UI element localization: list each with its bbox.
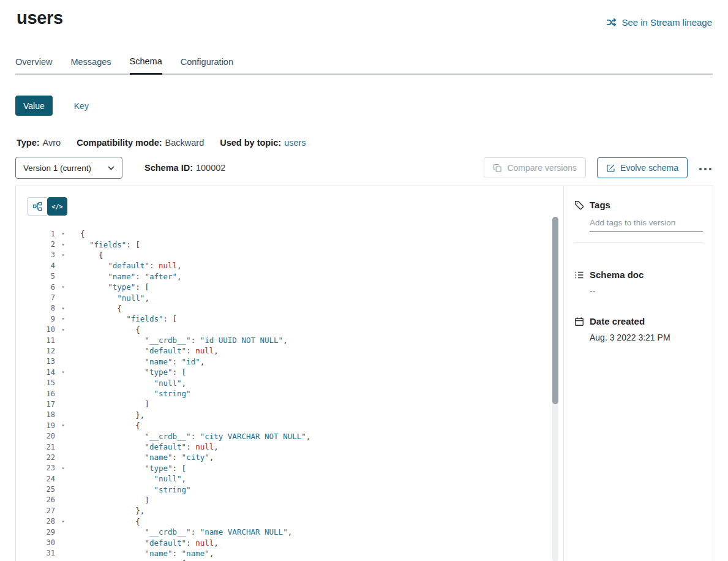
- type-label: Type:: [17, 138, 40, 148]
- code-editor[interactable]: 1▾{2▾ "fields": [3▾ {4 "default": null,5…: [27, 228, 563, 561]
- line-number: 11: [27, 336, 55, 345]
- tree-view-button[interactable]: [27, 197, 47, 216]
- code-text: "default": null,: [71, 442, 219, 451]
- fold-toggle-icon[interactable]: ▾: [55, 327, 71, 333]
- line-number: 22: [27, 453, 55, 462]
- code-text: {: [71, 229, 85, 238]
- fold-toggle-icon[interactable]: ▾: [55, 306, 71, 311]
- tags-title: Tags: [590, 200, 610, 210]
- line-number: 27: [27, 506, 55, 515]
- line-number: 9: [27, 315, 55, 323]
- line-number: 10: [27, 325, 55, 334]
- code-text: "default": null,: [71, 261, 182, 270]
- code-line: 5 "name": "after",: [27, 271, 563, 282]
- schema-id-label: Schema ID:: [144, 163, 193, 173]
- code-text: "name": "name",: [71, 549, 214, 558]
- scrollbar-thumb[interactable]: [552, 217, 558, 404]
- tab-bar: Overview Messages Schema Configuration: [15, 56, 713, 75]
- line-number: 20: [27, 432, 55, 440]
- editor-scrollbar[interactable]: [552, 217, 558, 561]
- version-select[interactable]: Version 1 (current): [15, 157, 122, 179]
- tags-section: Tags: [574, 200, 703, 243]
- code-line: 16 "string": [27, 388, 563, 399]
- line-number: 8: [27, 304, 55, 312]
- schema-doc-value: --: [590, 286, 703, 296]
- editor-view-toggle: </>: [27, 197, 67, 216]
- code-text: ]: [71, 495, 149, 505]
- schema-doc-section: Schema doc --: [574, 269, 703, 296]
- code-text: },: [71, 410, 144, 420]
- fold-toggle-icon[interactable]: ▾: [55, 369, 71, 375]
- line-number: 23: [27, 464, 55, 472]
- fold-toggle-icon[interactable]: ▾: [55, 242, 71, 247]
- code-view-icon: </>: [51, 203, 62, 210]
- code-text: "__crdb__": "city VARCHAR NOT NULL",: [71, 432, 310, 441]
- add-tags-input[interactable]: [590, 218, 703, 232]
- tab-configuration[interactable]: Configuration: [181, 57, 233, 73]
- fold-toggle-icon[interactable]: ▾: [55, 231, 71, 236]
- tag-icon: [574, 200, 584, 210]
- line-number: 2: [27, 240, 55, 249]
- list-icon: [574, 270, 584, 280]
- code-line: 31 "name": "name",: [27, 548, 563, 559]
- line-number: 21: [27, 443, 55, 451]
- date-created-value: Aug. 3 2022 3:21 PM: [590, 333, 703, 342]
- tab-schema[interactable]: Schema: [130, 56, 162, 75]
- fold-toggle-icon[interactable]: ▾: [55, 519, 71, 524]
- schema-id: Schema ID:100002: [144, 163, 225, 173]
- fold-toggle-icon[interactable]: ▾: [55, 252, 71, 258]
- fold-toggle-icon[interactable]: ▾: [55, 284, 71, 290]
- stream-lineage-link[interactable]: See in Stream lineage: [606, 17, 712, 28]
- tab-messages[interactable]: Messages: [70, 57, 111, 73]
- chevron-down-icon: [108, 166, 114, 170]
- evolve-schema-button[interactable]: Evolve schema: [597, 157, 688, 178]
- line-number: 7: [27, 293, 55, 302]
- line-number: 18: [27, 410, 55, 419]
- code-line: 14▾ "type": [: [27, 367, 563, 377]
- code-line: 28▾ {: [27, 516, 563, 527]
- code-text: "type": [: [71, 282, 149, 292]
- code-text: "type": [: [71, 464, 186, 473]
- compare-versions-label: Compare versions: [507, 163, 577, 173]
- compare-versions-button[interactable]: Compare versions: [484, 157, 586, 178]
- code-line: 26 ]: [27, 495, 563, 505]
- code-text: "name": "id",: [71, 357, 205, 366]
- date-created-header: Date created: [574, 316, 703, 326]
- code-line: 7 "null",: [27, 292, 563, 303]
- line-number: 19: [27, 421, 55, 430]
- line-number: 26: [27, 495, 55, 504]
- code-text: "fields": [: [71, 314, 177, 323]
- version-select-value: Version 1 (current): [23, 164, 91, 173]
- code-text: },: [71, 506, 144, 515]
- tab-overview[interactable]: Overview: [15, 57, 52, 73]
- line-number: 25: [27, 485, 55, 494]
- code-view-button[interactable]: </>: [47, 197, 67, 216]
- schema-doc-header: Schema doc: [574, 269, 703, 280]
- fold-toggle-icon[interactable]: ▾: [55, 465, 71, 471]
- date-created-title: Date created: [590, 316, 645, 326]
- type-value: Avro: [43, 138, 61, 148]
- line-number: 1: [27, 230, 55, 238]
- line-number: 29: [27, 528, 55, 537]
- key-toggle-button[interactable]: Key: [66, 96, 97, 116]
- code-text: "__crdb__": "name VARCHAR NULL",: [71, 527, 292, 537]
- code-line: 2▾ "fields": [: [27, 239, 563, 249]
- schema-editor-pane: </> 1▾{2▾ "fields": [3▾ {4 "default": nu…: [16, 186, 563, 561]
- code-line: 12 "default": null,: [27, 345, 563, 356]
- compatibility-value: Backward: [165, 138, 205, 148]
- line-number: 31: [27, 549, 55, 557]
- fold-toggle-icon[interactable]: ▾: [55, 423, 71, 428]
- value-toggle-button[interactable]: Value: [15, 96, 53, 116]
- date-created-section: Date created Aug. 3 2022 3:21 PM: [574, 316, 703, 342]
- code-line: 23▾ "type": [: [27, 463, 563, 473]
- line-number: 3: [27, 250, 55, 259]
- more-options-button[interactable]: [697, 161, 713, 175]
- code-text: "default": null,: [71, 346, 219, 355]
- fold-toggle-icon[interactable]: ▾: [55, 316, 71, 322]
- code-line: 25 "string": [27, 484, 563, 494]
- code-text: "type": [: [71, 367, 186, 377]
- schema-card: </> 1▾{2▾ "fields": [3▾ {4 "default": nu…: [15, 186, 713, 561]
- line-number: 4: [27, 262, 55, 270]
- code-text: "__crdb__": "id UUID NOT NULL",: [71, 336, 288, 345]
- topic-link[interactable]: users: [284, 138, 306, 148]
